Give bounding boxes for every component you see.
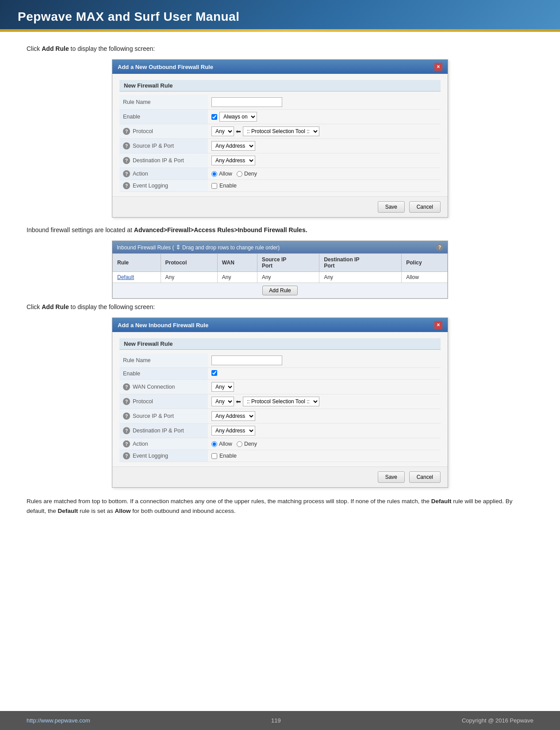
outbound-rule-name-label: Rule Name (119, 95, 208, 110)
inbound-logging-help-icon[interactable]: ? (123, 452, 130, 459)
inbound-source-help-icon[interactable]: ? (123, 413, 130, 420)
inbound-dialog-title: Add a New Inbound Firewall Rule (118, 322, 208, 329)
inbound-add-rule-row: Add Rule (113, 283, 448, 298)
inbound-add-rule-button[interactable]: Add Rule (262, 286, 297, 295)
outbound-source-help-icon[interactable]: ? (123, 142, 130, 149)
inbound-action-label: Action (133, 441, 148, 447)
inbound-rule-name-input[interactable] (211, 355, 282, 365)
outbound-save-button[interactable]: Save (378, 201, 405, 213)
inbound-wan-select[interactable]: Any (211, 382, 234, 392)
inbound-table-help-icon[interactable]: ? (436, 244, 443, 251)
inbound-wan-row: ? WAN Connection Any (119, 380, 441, 394)
outbound-dest-select[interactable]: Any Address (211, 156, 255, 165)
inbound-col-source: Source IPPort (257, 254, 319, 272)
outbound-source-label-wrap: ? Source IP & Port (123, 142, 204, 149)
outbound-cancel-button[interactable]: Cancel (409, 201, 441, 213)
inbound-protocol-tool-select[interactable]: :: Protocol Selection Tool :: (243, 397, 319, 406)
inbound-action-row: ? Action Allow (119, 438, 441, 450)
inbound-protocol-label: Protocol (133, 398, 153, 405)
inbound-rule-name-row: Rule Name (119, 353, 441, 368)
outbound-action-deny-radio[interactable] (237, 171, 242, 177)
inbound-dialog: Add a New Inbound Firewall Rule × New Fi… (112, 317, 448, 488)
inbound-logging-row: ? Event Logging Enable (119, 450, 441, 462)
inbound-row-dest: Any (319, 272, 402, 283)
inbound-wan-label: WAN Connection (133, 384, 175, 390)
outbound-dest-label-wrap: ? Destination IP & Port (123, 157, 204, 164)
outbound-protocol-select[interactable]: Any (211, 126, 234, 136)
inbound-dest-select[interactable]: Any Address (211, 426, 255, 436)
inbound-wan-help-icon[interactable]: ? (123, 383, 130, 390)
inbound-action-wrap: Allow Deny (211, 441, 437, 447)
inbound-action-allow-label: Allow (219, 441, 232, 447)
outbound-section-header: New Firewall Rule (119, 80, 441, 92)
inbound-logging-wrap: Enable (211, 453, 437, 459)
inbound-form-table: Rule Name Enable (119, 353, 441, 462)
inbound-default-link[interactable]: Default (117, 274, 134, 280)
inbound-cancel-button[interactable]: Cancel (409, 471, 441, 483)
inbound-table-title: Inbound Firewall Rules ( ⇕ Drag and drop… (117, 244, 280, 251)
outbound-action-deny-label: Deny (244, 171, 257, 177)
outbound-dialog-close[interactable]: × (434, 63, 442, 71)
inbound-dialog-close[interactable]: × (434, 321, 442, 329)
inbound-action-deny-label: Deny (244, 441, 257, 447)
outbound-protocol-label-wrap: ? Protocol (123, 128, 204, 135)
inbound-logging-label-wrap: ? Event Logging (123, 452, 204, 459)
outbound-action-help-icon[interactable]: ? (123, 170, 130, 177)
inbound-row-protocol: Any (161, 272, 217, 283)
outbound-protocol-arrow-icon: ⬅ (236, 128, 241, 135)
inbound-protocol-row: ? Protocol Any ⬅ :: Proto (119, 394, 441, 409)
inbound-enable-checkbox[interactable] (211, 370, 217, 376)
body-text: Rules are matched from top to bottom. If… (27, 497, 533, 516)
outbound-enable-select[interactable]: Always on (219, 112, 257, 122)
page-header: Pepwave MAX and Surf User Manual (0, 0, 560, 32)
outbound-source-row: ? Source IP & Port Any Address (119, 139, 441, 153)
outbound-source-select[interactable]: Any Address (211, 141, 255, 151)
table-row: Default Any Any Any Any Allow (113, 272, 448, 283)
inbound-protocol-help-icon[interactable]: ? (123, 398, 130, 405)
inbound-action-allow-radio[interactable] (211, 441, 217, 447)
inbound-row-wan: Any (217, 272, 257, 283)
main-content: Click Add Rule to display the following … (0, 32, 560, 531)
inbound-col-policy: Policy (402, 254, 448, 272)
outbound-rule-name-input[interactable] (211, 97, 282, 107)
footer-page: 119 (271, 717, 281, 724)
intro-text-3: Click Add Rule to display the following … (27, 303, 533, 310)
outbound-dialog-body: New Firewall Rule Rule Name Enable (112, 74, 448, 196)
drag-icon: ⇕ (176, 244, 181, 251)
inbound-row-rule: Default (113, 272, 161, 283)
outbound-dest-label: Destination IP & Port (133, 157, 184, 164)
inbound-col-rule: Rule (113, 254, 161, 272)
inbound-action-allow-group: Allow (211, 441, 232, 447)
inbound-dest-help-icon[interactable]: ? (123, 427, 130, 434)
inbound-protocol-wrap: Any ⬅ :: Protocol Selection Tool :: (211, 397, 437, 406)
inbound-save-button[interactable]: Save (378, 471, 405, 483)
inbound-section-header: New Firewall Rule (119, 338, 441, 350)
outbound-logging-wrap: Enable (211, 183, 437, 189)
inbound-protocol-arrow-icon: ⬅ (236, 398, 241, 405)
outbound-protocol-tool-select[interactable]: :: Protocol Selection Tool :: (243, 126, 319, 136)
outbound-dialog-footer: Save Cancel (112, 196, 448, 217)
outbound-logging-checkbox[interactable] (211, 183, 217, 189)
outbound-dialog-titlebar: Add a New Outbound Firewall Rule × (112, 60, 448, 74)
inbound-action-help-icon[interactable]: ? (123, 440, 130, 447)
outbound-logging-help-icon[interactable]: ? (123, 182, 130, 189)
inbound-source-row: ? Source IP & Port Any Address (119, 409, 441, 424)
footer-url: http://www.pepwave.com (27, 717, 90, 724)
inbound-data-table: Rule Protocol WAN Source IPPort Destinat… (112, 253, 448, 298)
outbound-protocol-help-icon[interactable]: ? (123, 128, 130, 135)
inbound-protocol-label-wrap: ? Protocol (123, 398, 204, 405)
inbound-source-select[interactable]: Any Address (211, 411, 255, 421)
inbound-dialog-body: New Firewall Rule Rule Name Enable (112, 332, 448, 466)
outbound-action-allow-radio[interactable] (211, 171, 217, 177)
outbound-dest-row: ? Destination IP & Port Any Address (119, 153, 441, 168)
outbound-protocol-wrap: Any ⬅ :: Protocol Selection Tool :: (211, 126, 437, 136)
inbound-action-deny-radio[interactable] (237, 441, 242, 447)
outbound-dest-help-icon[interactable]: ? (123, 157, 130, 164)
outbound-enable-checkbox[interactable] (211, 114, 217, 120)
outbound-logging-enable-label: Enable (219, 183, 237, 189)
inbound-protocol-select[interactable]: Any (211, 397, 234, 406)
page-footer: http://www.pepwave.com 119 Copyright @ 2… (0, 711, 560, 730)
outbound-logging-label-wrap: ? Event Logging (123, 182, 204, 189)
outbound-action-deny-group: Deny (237, 171, 257, 177)
inbound-logging-checkbox[interactable] (211, 453, 217, 459)
